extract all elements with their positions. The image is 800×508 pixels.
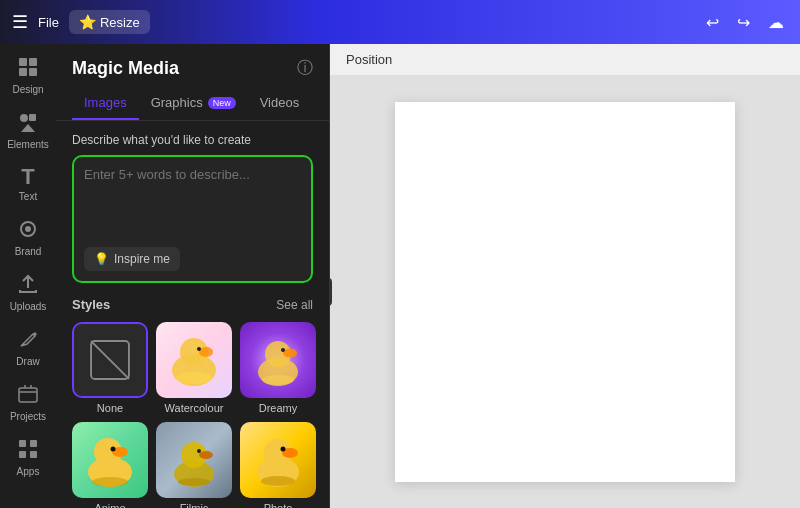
svg-rect-3 [29, 68, 37, 76]
prompt-input[interactable] [84, 167, 301, 237]
svg-point-30 [111, 447, 116, 452]
svg-rect-0 [19, 58, 27, 66]
styles-header: Styles See all [72, 297, 313, 312]
tab-videos-label: Videos [260, 95, 300, 110]
canvas-area: Position ‹ [330, 44, 800, 508]
sidebar-item-text-label: Text [19, 191, 37, 202]
menu-icon[interactable]: ☰ [12, 11, 28, 33]
style-photo-thumb [240, 422, 316, 498]
sidebar-item-brand[interactable]: Brand [0, 210, 56, 265]
undo-icon[interactable]: ↩ [706, 13, 719, 32]
describe-label: Describe what you'd like to create [72, 133, 313, 147]
sidebar-item-projects-label: Projects [10, 411, 46, 422]
tab-videos[interactable]: Videos [248, 87, 312, 120]
brand-icon [17, 218, 39, 243]
graphics-new-badge: New [208, 97, 236, 109]
canvas-page [395, 102, 735, 482]
svg-point-26 [262, 375, 294, 385]
tabs: Images Graphics New Videos [56, 87, 329, 121]
panel-content: Describe what you'd like to create 💡 Ins… [56, 121, 329, 508]
style-photo[interactable]: Photo [240, 422, 316, 508]
sidebar-item-projects[interactable]: Projects [0, 375, 56, 430]
style-dreamy[interactable]: Dreamy [240, 322, 316, 414]
sidebar-item-text[interactable]: T Text [0, 158, 56, 210]
svg-rect-12 [19, 451, 26, 458]
svg-point-36 [178, 478, 210, 486]
style-anime-thumb [72, 422, 148, 498]
sidebar-item-draw-label: Draw [16, 356, 39, 367]
style-none-label: None [97, 402, 123, 414]
resize-label: Resize [100, 15, 140, 30]
svg-point-41 [261, 476, 295, 486]
elements-icon [17, 111, 39, 136]
svg-point-19 [199, 347, 213, 357]
resize-button[interactable]: ⭐ Resize [69, 10, 150, 34]
panel-title: Magic Media [72, 58, 179, 79]
svg-point-20 [197, 347, 201, 351]
panel-collapse-handle[interactable]: ‹ [330, 278, 332, 306]
cloud-icon[interactable]: ☁ [768, 13, 784, 32]
draw-icon [17, 328, 39, 353]
style-anime-label: Anime [94, 502, 125, 508]
style-dreamy-label: Dreamy [259, 402, 298, 414]
style-photo-label: Photo [264, 502, 293, 508]
see-all-button[interactable]: See all [276, 298, 313, 312]
sidebar-item-draw[interactable]: Draw [0, 320, 56, 375]
inspire-button[interactable]: 💡 Inspire me [84, 247, 180, 271]
canvas-content[interactable]: ‹ [330, 76, 800, 508]
style-anime[interactable]: Anime [72, 422, 148, 508]
svg-rect-13 [30, 451, 37, 458]
svg-point-24 [283, 349, 297, 358]
prompt-box: 💡 Inspire me [72, 155, 313, 283]
topbar: ☰ File ⭐ Resize ↩ ↪ ☁ [0, 0, 800, 44]
sidebar-item-uploads[interactable]: Uploads [0, 265, 56, 320]
tab-images-label: Images [84, 95, 127, 110]
svg-point-31 [92, 477, 128, 487]
svg-point-8 [25, 226, 31, 232]
icon-sidebar: Design Elements T Text Bran [0, 44, 56, 508]
style-filmic-label: Filmic [180, 502, 209, 508]
design-icon [17, 56, 39, 81]
text-icon: T [21, 166, 34, 188]
sidebar-item-apps[interactable]: Apps [0, 430, 56, 485]
style-none-thumb [72, 322, 148, 398]
star-icon: ⭐ [79, 14, 96, 30]
style-filmic-thumb [156, 422, 232, 498]
file-menu[interactable]: File [38, 15, 59, 30]
style-dreamy-thumb [240, 322, 316, 398]
svg-point-40 [281, 447, 286, 452]
svg-rect-9 [19, 388, 37, 402]
inspire-label: Inspire me [114, 252, 170, 266]
panel: Magic Media ⓘ Images Graphics New Videos… [56, 44, 330, 508]
sidebar-item-brand-label: Brand [15, 246, 42, 257]
tab-images[interactable]: Images [72, 87, 139, 120]
svg-rect-1 [29, 58, 37, 66]
sidebar-item-elements[interactable]: Elements [0, 103, 56, 158]
styles-label: Styles [72, 297, 110, 312]
sidebar-item-design[interactable]: Design [0, 48, 56, 103]
projects-icon [17, 383, 39, 408]
apps-icon [17, 438, 39, 463]
svg-rect-10 [19, 440, 26, 447]
panel-header: Magic Media ⓘ [56, 44, 329, 87]
svg-rect-11 [30, 440, 37, 447]
sidebar-item-elements-label: Elements [7, 139, 49, 150]
main-area: Design Elements T Text Bran [0, 44, 800, 508]
panel-info-icon[interactable]: ⓘ [297, 58, 313, 79]
tab-graphics[interactable]: Graphics New [139, 87, 248, 120]
svg-point-34 [199, 451, 213, 459]
svg-point-25 [281, 348, 285, 352]
svg-marker-6 [21, 124, 35, 132]
styles-grid: None Watercolour [72, 322, 313, 508]
style-watercolour[interactable]: Watercolour [156, 322, 232, 414]
svg-rect-2 [19, 68, 27, 76]
sidebar-item-design-label: Design [12, 84, 43, 95]
style-none[interactable]: None [72, 322, 148, 414]
tab-graphics-label: Graphics [151, 95, 203, 110]
style-filmic[interactable]: Filmic [156, 422, 232, 508]
inspire-icon: 💡 [94, 252, 109, 266]
redo-icon[interactable]: ↪ [737, 13, 750, 32]
sidebar-item-uploads-label: Uploads [10, 301, 47, 312]
position-label: Position [346, 52, 392, 67]
style-watercolour-thumb [156, 322, 232, 398]
